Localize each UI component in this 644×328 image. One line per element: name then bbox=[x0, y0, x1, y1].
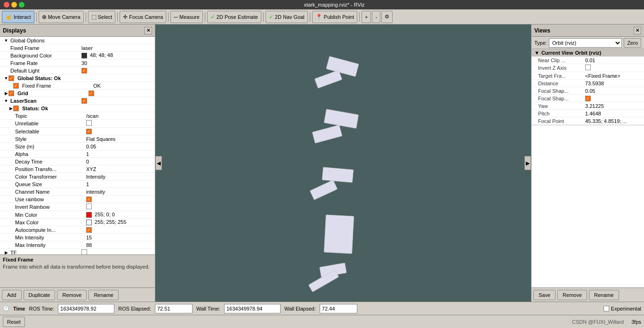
distance-row[interactable]: Distance 73.5938 bbox=[531, 80, 644, 87]
global-status-expand[interactable]: ▼ bbox=[4, 76, 8, 81]
ls-autocompute-checkbox[interactable] bbox=[86, 227, 92, 233]
ls-invert-rainbow-row[interactable]: Invert Rainbow bbox=[0, 203, 155, 211]
maximize-button[interactable] bbox=[19, 2, 24, 8]
frame-rate-row[interactable]: Frame Rate 30 bbox=[0, 59, 155, 67]
ls-ct-label: Color Transformer bbox=[13, 174, 86, 180]
move-camera-button[interactable]: ⊕ Move Camera bbox=[39, 11, 84, 23]
remove-view-button[interactable]: Remove bbox=[557, 290, 587, 300]
global-status-row[interactable]: ▼ Global Status: Ok bbox=[0, 74, 155, 82]
rename-view-button[interactable]: Rename bbox=[589, 290, 619, 300]
ls-use-rainbow-label: Use rainbow bbox=[13, 197, 86, 202]
focal-point-row[interactable]: Focal Point 45.335; 4.8519; ... bbox=[531, 117, 644, 125]
minus-toolbar-button[interactable]: - bbox=[372, 11, 380, 23]
ros-time-label: ROS Time: bbox=[29, 306, 54, 312]
ls-selectable-row[interactable]: Selectable bbox=[0, 128, 155, 135]
near-clip-row[interactable]: Near Clip ... 0.01 bbox=[531, 57, 644, 64]
views-close-button[interactable]: ✕ bbox=[634, 27, 641, 34]
pitch-row[interactable]: Pitch 1.4648 bbox=[531, 110, 644, 117]
viewport-canvas[interactable] bbox=[155, 25, 531, 302]
duplicate-display-button[interactable]: Duplicate bbox=[24, 290, 56, 300]
ls-use-rainbow-row[interactable]: Use rainbow bbox=[0, 196, 155, 203]
ls-selectable-checkbox[interactable] bbox=[86, 129, 92, 134]
ls-pos-row[interactable]: Position Transfo... XYZ bbox=[0, 165, 155, 173]
global-options-row[interactable]: ▼ Global Options bbox=[0, 37, 155, 44]
ls-decay-row[interactable]: Decay Time 0 bbox=[0, 158, 155, 165]
add-display-button[interactable]: Add bbox=[2, 290, 22, 300]
current-view-header[interactable]: ▼ Current View Orbit (rviz) bbox=[531, 49, 644, 57]
reset-button[interactable]: Reset bbox=[3, 317, 25, 327]
ls-min-color-row[interactable]: Min Color 255; 0; 0 bbox=[0, 211, 155, 219]
focal-shap1-row[interactable]: Focal Shap... 0.05 bbox=[531, 87, 644, 95]
global-status-checkbox[interactable] bbox=[8, 75, 14, 81]
focal-shap2-row[interactable]: Focal Shap... bbox=[531, 95, 644, 102]
invert-z-checkbox[interactable] bbox=[585, 65, 591, 70]
ls-queue-row[interactable]: Queue Size 1 bbox=[0, 180, 155, 188]
invert-z-row[interactable]: Invert Z Axis bbox=[531, 64, 644, 72]
select-button[interactable]: ⬚ Select bbox=[88, 11, 116, 23]
wall-elapsed-input[interactable]: 72.44 bbox=[320, 304, 357, 313]
ls-channel-row[interactable]: Channel Name intensity bbox=[0, 188, 155, 196]
grid-row[interactable]: ▶ Grid bbox=[0, 90, 155, 97]
ros-time-input[interactable]: 1634349978.92 bbox=[58, 304, 114, 313]
measure-button[interactable]: ─ Measure bbox=[170, 11, 202, 23]
add-toolbar-button[interactable]: + bbox=[362, 11, 371, 23]
laserscan-status-row[interactable]: ▶ Status: Ok bbox=[0, 105, 155, 112]
save-view-button[interactable]: Save bbox=[533, 290, 555, 300]
experimental-checkbox[interactable] bbox=[604, 306, 609, 312]
rename-display-button[interactable]: Rename bbox=[89, 290, 119, 300]
laserscan-expand[interactable]: ▼ bbox=[4, 98, 8, 103]
close-button[interactable] bbox=[4, 2, 9, 8]
global-status-fixed-frame-row[interactable]: Fixed Frame OK bbox=[0, 82, 155, 90]
settings-toolbar-button[interactable]: ⚙ bbox=[381, 11, 393, 23]
bg-color-row[interactable]: Background Color 48; 48; 48 bbox=[0, 52, 155, 59]
laserscan-enable-checkbox[interactable] bbox=[81, 98, 87, 104]
laserscan-row[interactable]: ▼ LaserScan bbox=[0, 97, 155, 105]
ls-use-rainbow-checkbox[interactable] bbox=[86, 197, 92, 202]
ls-unreliable-row[interactable]: Unreliable bbox=[0, 120, 155, 128]
focus-camera-button[interactable]: ✛ Focus Camera bbox=[120, 11, 166, 23]
views-type-select[interactable]: Orbit (rviz) bbox=[549, 38, 622, 48]
target-fra-row[interactable]: Target Fra... <Fixed Frame> bbox=[531, 72, 644, 80]
ls-alpha-row[interactable]: Alpha 1 bbox=[0, 150, 155, 158]
default-light-checkbox[interactable] bbox=[81, 68, 87, 74]
grid-enable-checkbox[interactable] bbox=[89, 90, 94, 96]
remove-display-button[interactable]: Remove bbox=[57, 290, 87, 300]
ls-status-checkbox[interactable] bbox=[13, 106, 19, 111]
wall-time-input[interactable]: 1634349978.94 bbox=[224, 304, 281, 313]
ls-size-row[interactable]: Size (m) 0.05 bbox=[0, 143, 155, 150]
minimize-button[interactable] bbox=[11, 2, 17, 8]
ls-min-intensity-row[interactable]: Min Intensity 15 bbox=[0, 234, 155, 241]
views-zero-button[interactable]: Zero bbox=[624, 38, 641, 48]
ls-max-intensity-row[interactable]: Max Intensity 88 bbox=[0, 241, 155, 249]
default-light-row[interactable]: Default Light bbox=[0, 67, 155, 74]
tf-enable-checkbox[interactable] bbox=[81, 249, 87, 254]
ls-style-row[interactable]: Style Flat Squares bbox=[0, 135, 155, 143]
nav-goal-button[interactable]: ✓ 2D Nav Goal bbox=[266, 11, 308, 23]
global-options-expand[interactable]: ▼ bbox=[4, 38, 8, 43]
tf-row[interactable]: ▶ TF bbox=[0, 249, 155, 254]
gs-ff-checkbox[interactable] bbox=[13, 83, 19, 89]
ls-unreliable-checkbox[interactable] bbox=[86, 120, 92, 126]
3d-viewport[interactable]: ◀ ▶ bbox=[155, 25, 531, 302]
ls-autocompute-row[interactable]: Autocompute In... bbox=[0, 226, 155, 234]
grid-checkbox[interactable] bbox=[8, 90, 14, 96]
yaw-row[interactable]: Yaw 3.21225 bbox=[531, 102, 644, 110]
publish-point-button[interactable]: 📍 Publish Point bbox=[312, 11, 357, 23]
gs-ff-expand[interactable] bbox=[8, 83, 13, 88]
ls-status-expand[interactable]: ▶ bbox=[8, 106, 13, 111]
ls-topic-row[interactable]: Topic /scan bbox=[0, 112, 155, 120]
interact-button[interactable]: ☝ Interact bbox=[2, 11, 34, 23]
grid-expand[interactable]: ▶ bbox=[4, 91, 8, 96]
focal-shap2-checkbox[interactable] bbox=[585, 96, 591, 101]
ls-color-transformer-row[interactable]: Color Transformer Intensity bbox=[0, 173, 155, 180]
displays-close-button[interactable]: ✕ bbox=[145, 27, 152, 34]
ls-invert-rainbow-checkbox[interactable] bbox=[86, 204, 92, 209]
fixed-frame-row[interactable]: Fixed Frame laser bbox=[0, 44, 155, 52]
window-buttons[interactable] bbox=[4, 2, 24, 8]
tf-expand[interactable]: ▶ bbox=[4, 250, 8, 254]
ls-max-color-row[interactable]: Max Color 255; 255; 255 bbox=[0, 219, 155, 226]
left-expand-arrow[interactable]: ◀ bbox=[155, 156, 162, 170]
ros-elapsed-input[interactable]: 72.51 bbox=[155, 304, 193, 313]
right-expand-arrow[interactable]: ▶ bbox=[524, 156, 531, 170]
pose-estimate-button[interactable]: ✓ 2D Pose Estimate bbox=[207, 11, 261, 23]
